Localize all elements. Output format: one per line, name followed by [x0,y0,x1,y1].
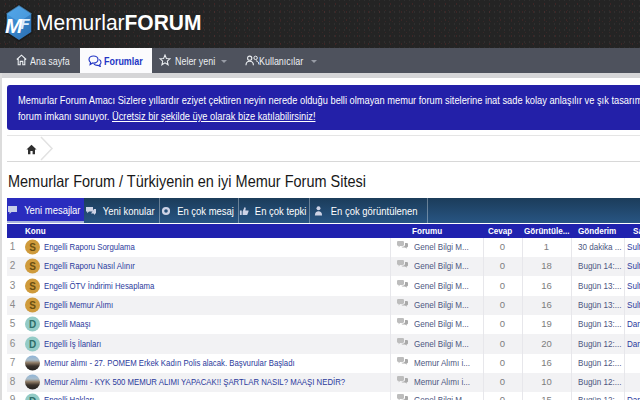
svg-text:F: F [21,15,31,32]
